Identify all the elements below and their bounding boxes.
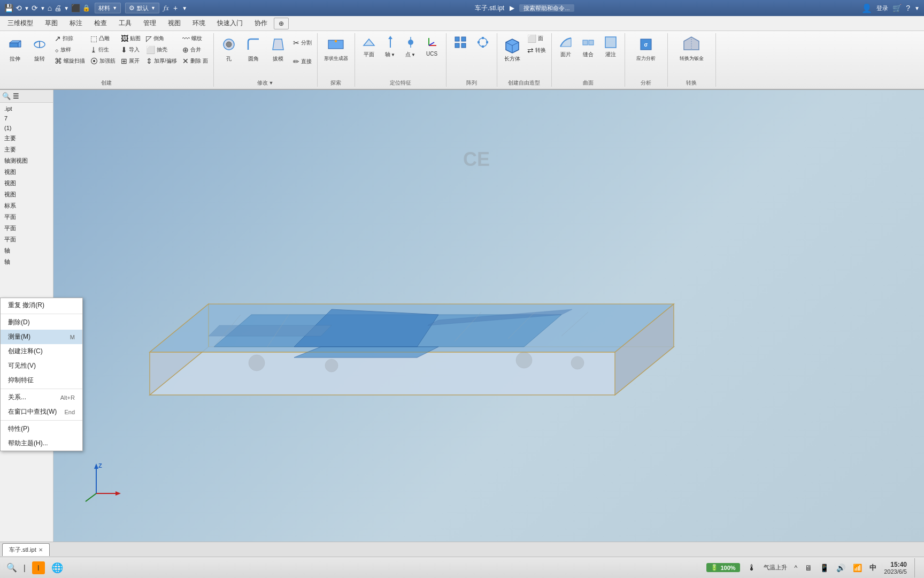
import-button[interactable]: ⬇ 导入 [119,44,143,55]
derive-button[interactable]: ⤓ 衍生 [88,44,118,55]
left-menu-icon[interactable]: ☰ [13,92,19,100]
tree-item-5[interactable]: 轴测视图 [0,155,53,166]
menu-sketch[interactable]: 草图 [40,17,63,30]
save-icon[interactable]: 💾 [4,4,13,12]
tree-item-0[interactable]: .ipt [0,104,53,113]
cart-icon[interactable]: 🛒 [892,4,902,12]
menu-environment[interactable]: 环境 [187,17,211,30]
extrude-button[interactable]: 拉伸 [3,33,27,64]
loft-button[interactable]: ⬦ 放样 [52,44,87,55]
unfold-button[interactable]: ⊞ 展开 [119,56,143,66]
tree-item-8[interactable]: 视图 [0,189,53,200]
menu-annotation[interactable]: 标注 [64,17,88,30]
login-label[interactable]: 登录 [876,4,888,12]
menu-quick-start[interactable]: 快速入门 [212,17,248,30]
tree-item-10[interactable]: 平面 [0,211,53,223]
tree-item-14[interactable]: 轴 [0,256,53,268]
menu-extra[interactable]: ⊕ [274,18,289,29]
status-search-icon[interactable]: 🔍 [6,562,17,573]
rib-button[interactable]: ⦿ 加强筋 [88,56,118,66]
shell-button[interactable]: ⬜ 抽壳 [144,44,179,55]
menu-view[interactable]: 视图 [163,17,186,30]
face-button[interactable]: ⬜ 面 [525,33,548,44]
stress-analysis-button[interactable]: σ 应力分析 [634,33,658,64]
ctx-item-properties[interactable]: 特性(P) [1,422,82,436]
box-button[interactable]: 长方体 [500,33,524,64]
ctx-item-repeat[interactable]: 重复 撤消(R) [1,298,82,313]
tree-item-13[interactable]: 轴 [0,245,53,256]
tree-item-9[interactable]: 标系 [0,200,53,211]
status-pin-icon[interactable]: | [24,564,26,572]
status-browser-icon[interactable]: 🌐 [51,562,63,574]
tree-item-1[interactable]: 7 [0,113,53,123]
left-search-icon[interactable]: 🔍 [2,92,11,100]
fx-icon[interactable]: 𝑓𝑥 [164,4,169,12]
decal-button[interactable]: 🖼 贴图 [119,33,143,44]
undo-icon[interactable]: ⟲ [16,4,22,12]
tree-item-3[interactable]: 主要 [0,133,53,144]
point-button[interactable]: 点 ▼ [401,33,420,60]
cube-icon[interactable]: ⬛ [71,4,80,12]
ctx-item-measure[interactable]: 测量(M) M [1,330,82,344]
menu-manage[interactable]: 管理 [138,17,161,30]
fill-button[interactable]: 灌注 [600,33,621,60]
status-app-icon[interactable]: I [32,561,45,574]
array-circ-button[interactable] [472,33,494,52]
axis-dropdown[interactable]: ▼ [391,52,395,57]
ctx-item-relations[interactable]: 关系... Alt+R [1,390,82,405]
volume-icon[interactable]: 🔊 [836,564,845,572]
sweep-button[interactable]: ↗ 扫掠 [52,33,87,44]
modify-dropdown-icon[interactable]: ▼ [269,80,274,86]
print-icon[interactable]: 🖨 [54,4,61,12]
tree-item-11[interactable]: 平面 [0,223,53,234]
redo-dropdown-icon[interactable]: ▼ [40,5,45,11]
lang-label[interactable]: 中 [869,563,876,573]
point-dropdown[interactable]: ▼ [411,52,415,57]
to-sheetmetal-button[interactable]: 转换为钣金 [677,33,706,64]
menu-inspect[interactable]: 检查 [89,17,112,30]
chamfer-button[interactable]: ◸ 倒角 [144,33,179,44]
viewport[interactable]: Z CE [53,90,924,542]
add-icon[interactable]: + [173,4,178,12]
thread-button[interactable]: 〰 螺纹 [180,33,210,44]
help-icon[interactable]: ? [906,4,910,12]
direct-edit-button[interactable]: ✏ 直接 [291,56,314,67]
ctx-item-help[interactable]: 帮助主题(H)... [1,436,82,451]
home-icon[interactable]: ⌂ [48,4,52,12]
print-dropdown-icon[interactable]: ▼ [64,5,69,11]
combine-button[interactable]: ⊕ 合并 [180,44,210,55]
patch-button[interactable]: 面片 [555,33,576,60]
tab-close-icon[interactable]: ✕ [38,547,43,553]
default-dropdown[interactable]: ⚙ 默认 ▼ [125,3,159,13]
menu-collaborate[interactable]: 协作 [249,17,273,30]
fillet-button[interactable]: 圆角 [242,33,265,64]
tab-main-file[interactable]: 车子.stl.ipt ✕ [2,543,50,556]
convert-button[interactable]: ⇄ 转换 [525,45,548,56]
ucs-button[interactable]: UCS [421,33,443,58]
ctx-item-visibility[interactable]: 可见性(V) [1,359,82,373]
coil-button[interactable]: ⌘ 螺旋扫描 [52,56,87,66]
undo-dropdown-icon[interactable]: ▼ [24,5,29,11]
tree-item-4[interactable]: 主要 [0,144,53,155]
redo-icon[interactable]: ⟳ [32,4,38,12]
search-placeholder[interactable]: 搜索帮助和命令... [519,4,574,12]
menu-tools[interactable]: 工具 [113,17,137,30]
ctx-item-suppress[interactable]: 抑制特征 [1,373,82,387]
shape-gen-button[interactable]: 形状生成器 [322,33,350,64]
hole-button[interactable]: 孔 [217,33,241,64]
revolve-button[interactable]: 旋转 [28,33,51,64]
menu-3d-model[interactable]: 三维模型 [2,17,38,30]
notification-arrow-icon[interactable]: ^ [795,564,798,572]
tree-item-12[interactable]: 平面 [0,234,53,245]
lock-icon[interactable]: 🔒 [82,4,90,12]
axis-button[interactable]: 轴 ▼ [381,33,400,60]
stitch-button[interactable]: 缝合 [578,33,599,60]
show-desktop-icon[interactable] [914,558,918,577]
material-dropdown[interactable]: 材料 ▼ [95,3,121,13]
thicken-button[interactable]: ⇕ 加厚/偏移 [144,56,179,66]
array-rect-button[interactable] [450,33,471,52]
ctx-item-delete[interactable]: 删除(D) [1,315,82,330]
split-button[interactable]: ✂ 分割 [291,37,314,48]
ctx-item-find-window[interactable]: 在窗口中查找(W) End [1,405,82,419]
help-dropdown-icon[interactable]: ▼ [914,5,920,11]
